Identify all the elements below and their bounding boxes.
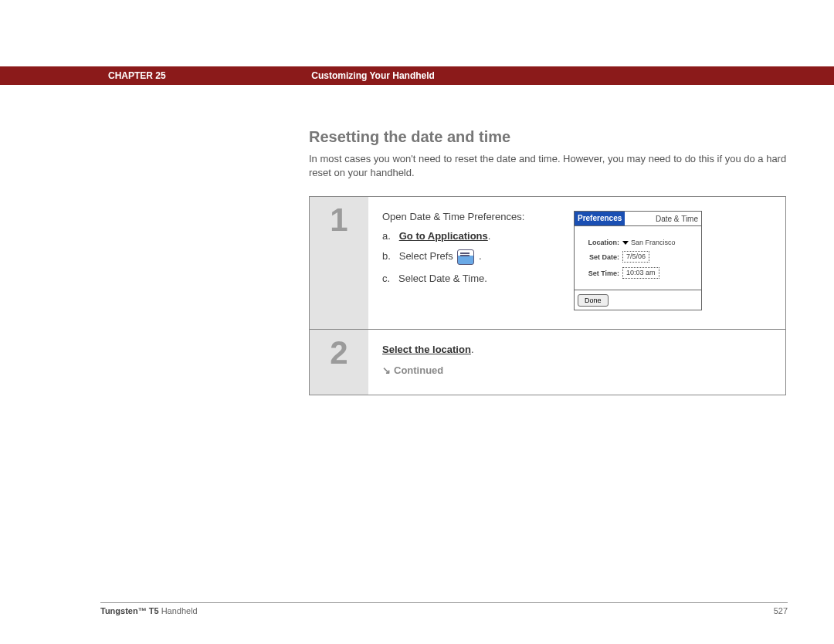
palm-category: Date & Time [656,215,701,223]
palm-time-row: Set Time: 10:03 am [579,267,697,279]
palm-titlebar: Preferences Date & Time [575,212,701,226]
step-lead: Open Date & Time Preferences: [382,211,560,222]
palm-date-value: 7/5/06 [622,251,649,263]
step-2: 2 Select the location. ↘Continued [310,330,785,395]
dropdown-icon [622,241,629,245]
step-1: 1 Open Date & Time Preferences: a. Go to… [310,197,785,330]
palm-done-button[interactable]: Done [578,294,609,307]
step-number: 2 [310,330,368,395]
step-body: Select the location. ↘Continued [368,330,785,395]
palm-location-label: Location: [579,239,622,246]
chapter-bar: CHAPTER 25 Customizing Your Handheld [0,66,834,85]
step-text: Open Date & Time Preferences: a. Go to A… [382,211,560,292]
prefs-icon [457,249,474,265]
palm-time-label: Set Time: [579,269,622,277]
select-location-link[interactable]: Select the location [382,344,471,355]
continued-arrow-icon: ↘ [382,364,391,376]
footer-page-number: 527 [774,606,788,615]
substeps: a. Go to Applications. b. Select Prefs . [382,230,560,284]
go-to-applications-link[interactable]: Go to Applications [399,230,488,242]
steps-box: 1 Open Date & Time Preferences: a. Go to… [309,196,786,395]
step-text: Select the location. ↘Continued [382,344,560,376]
step-body: Open Date & Time Preferences: a. Go to A… [368,197,785,329]
substep-c: c. Select Date & Time. [382,273,560,284]
page-content: Resetting the date and time In most case… [309,128,788,395]
palm-location-row: Location: San Francisco [579,239,697,246]
palm-time-value: 10:03 am [622,267,659,279]
section-heading: Resetting the date and time [309,128,788,146]
palm-done-bar: Done [575,290,701,310]
substep-a: a. Go to Applications. [382,230,560,242]
palm-body: Location: San Francisco Set Date: 7/5/06… [575,226,701,290]
footer-product: Tungsten™ T5 Handheld [100,606,198,615]
substep-b: b. Select Prefs . [382,249,560,265]
step-number: 1 [310,197,368,329]
chapter-title: Customizing Your Handheld [311,70,435,81]
palm-title: Preferences [575,212,625,225]
continued-marker: ↘Continued [382,364,560,376]
palm-date-row: Set Date: 7/5/06 [579,251,697,263]
section-intro: In most cases you won't need to reset th… [309,152,788,179]
chapter-number: CHAPTER 25 [108,66,309,85]
palm-date-label: Set Date: [579,253,622,261]
page-footer: Tungsten™ T5 Handheld 527 [100,602,788,615]
palm-screenshot: Preferences Date & Time Location: San Fr… [574,211,702,310]
palm-location-value: San Francisco [631,239,676,246]
